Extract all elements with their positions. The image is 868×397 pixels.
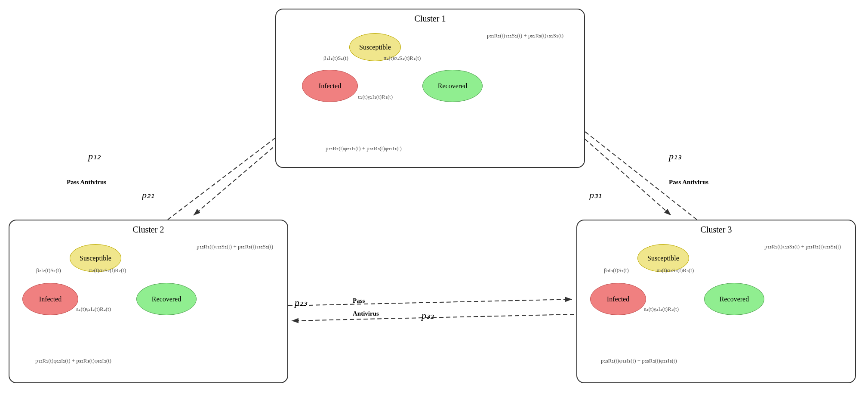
cluster3-formula-s-to-i: β₃I₃(t)S₃(t) bbox=[604, 267, 629, 274]
pass-antivirus-left-label: Pass Antivirus bbox=[67, 179, 106, 186]
antivirus-center-label: Antivirus bbox=[353, 310, 379, 317]
cluster2-formula-s-to-i: β₂I₂(t)S₂(t) bbox=[36, 267, 61, 274]
cluster1-formula-r-to-s: π₁(t)σ₁S₁(t)R₁(t) bbox=[384, 55, 421, 62]
p32-label: p₃₂ bbox=[422, 310, 434, 321]
cluster3-box: Cluster 3 Susceptible Infected Recovered… bbox=[576, 220, 856, 383]
cluster1-formula-inf-to-rec: ε₁(t)γ₁I₁(t)R₁(t) bbox=[358, 93, 393, 100]
cluster3-recovered: Recovered bbox=[704, 283, 764, 315]
p13-label: p₁₃ bbox=[669, 151, 681, 162]
cluster2-formula-r-to-s: π₂(t)σ₂S₂(t)R₂(t) bbox=[89, 267, 126, 274]
svg-line-14 bbox=[576, 125, 697, 220]
cluster2-box: Cluster 2 Susceptible Infected Recovered… bbox=[9, 220, 288, 383]
p12-label: p₁₂ bbox=[88, 151, 101, 162]
svg-line-15 bbox=[288, 299, 572, 306]
cluster1-formula-bottom: p₂₁R₂(t)φ₂₁I₁(t) + p₃₁R₃(t)φ₃₁I₁(t) bbox=[326, 145, 402, 152]
pass-antivirus-right-label: Pass Antivirus bbox=[669, 179, 708, 186]
cluster1-recovered: Recovered bbox=[422, 70, 483, 102]
diagram-container: Cluster 1 Susceptible Infected Recovered… bbox=[0, 0, 868, 397]
cluster3-formula-bottom: p₁₃R₁(t)φ₁₃I₃(t) + p₂₃R₂(t)φ₂₃I₃(t) bbox=[601, 357, 677, 364]
p21-label: p₂₁ bbox=[142, 189, 154, 201]
cluster1-infected: Infected bbox=[302, 70, 358, 102]
cluster1-formula-top-right: p₂₁R₂(t)τ₂₁S₁(t) + p₃₁R₃(t)τ₃₁S₁(t) bbox=[487, 32, 563, 39]
cluster2-infected: Infected bbox=[22, 283, 78, 315]
cluster2-formula-inf-to-rec: ε₂(t)γ₂I₂(t)R₂(t) bbox=[76, 306, 111, 313]
pass-center-label: Pass bbox=[353, 297, 365, 304]
p31-label: p₃₁ bbox=[589, 189, 602, 201]
cluster3-formula-top-right: p₁₃R₁(t)τ₁₃S₃(t) + p₂₃R₂(t)τ₂₃S₃(t) bbox=[764, 243, 841, 250]
cluster3-title: Cluster 3 bbox=[701, 225, 732, 235]
cluster1-box: Cluster 1 Susceptible Infected Recovered… bbox=[275, 9, 585, 168]
svg-line-12 bbox=[168, 125, 292, 220]
cluster3-infected: Infected bbox=[590, 283, 646, 315]
p23-label: p₂₃ bbox=[295, 297, 307, 308]
cluster2-title: Cluster 2 bbox=[133, 225, 164, 235]
cluster2-recovered: Recovered bbox=[136, 283, 197, 315]
cluster1-formula-s-to-i: β₁I₁(t)S₁(t) bbox=[323, 55, 348, 62]
cluster2-formula-top-right: p₁₂R₁(t)τ₁₂S₂(t) + p₃₂R₃(t)τ₃₂S₂(t) bbox=[197, 243, 273, 250]
cluster1-title: Cluster 1 bbox=[415, 14, 446, 24]
cluster3-formula-inf-to-rec: ε₃(t)γ₃I₃(t)R₃(t) bbox=[644, 306, 679, 313]
cluster2-formula-bottom: p₁₂R₁(t)φ₁₂I₂(t) + p₃₂R₃(t)φ₃₂I₂(t) bbox=[35, 357, 111, 364]
cluster3-formula-r-to-s: π₃(t)σ₃S₃(t)R₃(t) bbox=[657, 267, 694, 274]
